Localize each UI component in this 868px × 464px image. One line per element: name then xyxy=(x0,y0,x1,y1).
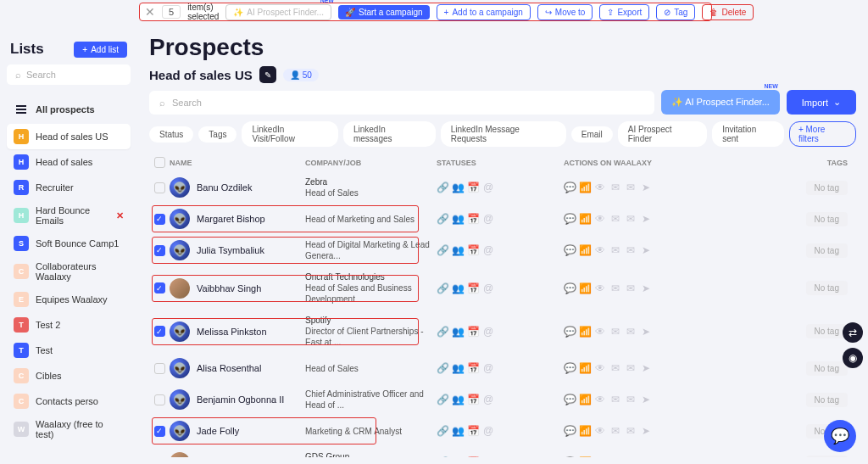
action-icon[interactable]: 👁 xyxy=(594,362,606,374)
status-icon[interactable]: @ xyxy=(482,456,494,457)
edit-list-button[interactable]: ✎ xyxy=(259,66,276,83)
sidebar-item[interactable]: HHead of sales US xyxy=(7,124,131,149)
action-icon[interactable]: 📶 xyxy=(579,326,591,338)
ai-prospect-finder-main-button[interactable]: ✨ AI Prospect Finder...NEW xyxy=(661,90,780,115)
close-icon[interactable]: ✕ xyxy=(145,5,155,19)
status-icon[interactable]: 👥 xyxy=(452,182,464,193)
tag-chip[interactable]: No tag xyxy=(806,393,848,407)
action-icon[interactable]: ➤ xyxy=(640,362,652,374)
action-icon[interactable]: ✉ xyxy=(625,282,637,294)
swap-fab[interactable]: ⇄ xyxy=(843,322,863,343)
status-icon[interactable]: 🔗 xyxy=(437,394,448,405)
tag-chip[interactable]: No tag xyxy=(806,361,848,376)
action-icon[interactable]: 💬 xyxy=(564,182,576,193)
sidebar-item[interactable]: CCibles xyxy=(7,363,131,389)
status-icon[interactable]: 🔗 xyxy=(437,244,448,256)
action-icon[interactable]: 👁 xyxy=(594,425,606,437)
table-row[interactable]: 👽 Banu Ozdilek Zebra Head of Sales 🔗👥📅@ … xyxy=(149,171,856,204)
action-icon[interactable]: 👁 xyxy=(594,213,606,225)
status-icon[interactable]: 📅 xyxy=(467,456,479,457)
status-icon[interactable]: @ xyxy=(482,362,494,374)
action-icon[interactable]: 📶 xyxy=(579,213,591,225)
sidebar-item[interactable]: SSoft Bounce Camp1 xyxy=(7,231,131,256)
filter-chip[interactable]: Invitation sent xyxy=(712,121,784,147)
sidebar-item[interactable]: HHead of sales xyxy=(7,149,131,175)
main-search-input[interactable]: ⌕ Search xyxy=(149,91,654,115)
sidebar-item[interactable]: WWaalaxy (free to test) xyxy=(7,414,131,444)
action-icon[interactable]: ✉ xyxy=(625,182,637,193)
filter-chip[interactable]: AI Prospect Finder xyxy=(618,121,707,147)
row-checkbox[interactable] xyxy=(154,182,165,193)
sidebar-item[interactable]: EEquipes Waalaxy xyxy=(7,287,131,312)
action-icon[interactable]: 📶 xyxy=(579,394,591,405)
status-icon[interactable]: 👥 xyxy=(452,362,464,374)
status-icon[interactable]: 👥 xyxy=(452,213,464,225)
row-checkbox[interactable] xyxy=(154,245,165,256)
action-icon[interactable]: 📶 xyxy=(579,425,591,437)
status-icon[interactable]: 📅 xyxy=(467,213,479,225)
export-button[interactable]: ⇪ Export xyxy=(599,4,649,20)
action-icon[interactable]: 👁 xyxy=(594,456,606,457)
action-icon[interactable]: 💬 xyxy=(564,394,576,405)
status-icon[interactable]: @ xyxy=(482,213,494,225)
status-icon[interactable]: 👥 xyxy=(452,425,464,437)
action-icon[interactable]: 📶 xyxy=(579,244,591,256)
action-icon[interactable]: ✉ xyxy=(609,182,621,193)
status-icon[interactable]: 🔗 xyxy=(437,213,448,225)
action-icon[interactable]: 👁 xyxy=(594,394,606,405)
status-icon[interactable]: @ xyxy=(482,282,494,294)
action-icon[interactable]: ✉ xyxy=(609,213,621,225)
table-row[interactable]: Vaibbhav Singh Oncraft Technologies Head… xyxy=(149,266,856,310)
table-row[interactable]: 👽 Alisa Rosenthal Head of Sales 🔗👥📅@ 💬📶👁… xyxy=(149,353,856,383)
action-icon[interactable]: ✉ xyxy=(625,326,637,338)
tag-chip[interactable]: No tag xyxy=(806,181,848,195)
import-button[interactable]: Import ⌄ xyxy=(787,90,856,115)
status-icon[interactable]: @ xyxy=(482,394,494,405)
action-icon[interactable]: ✉ xyxy=(609,244,621,256)
action-icon[interactable]: ✉ xyxy=(609,326,621,338)
delete-button[interactable]: 🗑 Delete xyxy=(702,4,754,20)
table-row[interactable]: 👽 Julia Tsymbaliuk Head of Digital Marke… xyxy=(149,234,856,266)
status-icon[interactable]: 📅 xyxy=(467,394,479,405)
status-icon[interactable]: 🔗 xyxy=(437,456,448,457)
chat-fab[interactable]: 💬 xyxy=(824,420,856,452)
row-checkbox[interactable] xyxy=(154,426,165,437)
action-icon[interactable]: ✉ xyxy=(625,244,637,256)
tag-button[interactable]: ⊘ Tag xyxy=(656,4,695,20)
table-row[interactable]: 👽 Jade Folly Marketing & CRM Analyst 🔗👥📅… xyxy=(149,416,856,446)
start-campaign-button[interactable]: 🚀 Start a campaign xyxy=(338,5,430,20)
row-checkbox[interactable] xyxy=(154,394,165,405)
filter-chip[interactable]: LinkedIn Visit/Follow xyxy=(242,121,337,147)
tag-chip[interactable]: No tag xyxy=(806,212,848,226)
add-list-button[interactable]: + Add list xyxy=(74,42,127,58)
row-checkbox[interactable] xyxy=(154,282,165,293)
move-to-button[interactable]: ↪ Move to xyxy=(537,4,593,20)
status-icon[interactable]: 👥 xyxy=(452,282,464,294)
action-icon[interactable]: ✉ xyxy=(609,456,621,457)
action-icon[interactable]: ✉ xyxy=(609,394,621,405)
action-icon[interactable]: 💬 xyxy=(564,326,576,338)
status-icon[interactable]: 👥 xyxy=(452,456,464,457)
sidebar-item[interactable]: RRecruiter xyxy=(7,175,131,200)
action-icon[interactable]: ✉ xyxy=(625,425,637,437)
ai-prospect-finder-button[interactable]: ✨ AI Prospect Finder...NEW xyxy=(225,4,331,20)
table-row[interactable]: 👽 Benjamin Ogbonna II Chief Administrati… xyxy=(149,383,856,416)
row-checkbox[interactable] xyxy=(154,363,165,374)
add-to-campaign-button[interactable]: + Add to a campaign xyxy=(437,4,531,20)
action-icon[interactable]: ➤ xyxy=(640,244,652,256)
action-icon[interactable]: 👁 xyxy=(594,326,606,338)
status-icon[interactable]: 🔗 xyxy=(437,282,448,294)
action-icon[interactable]: ✉ xyxy=(625,213,637,225)
action-icon[interactable]: ✉ xyxy=(609,282,621,294)
action-icon[interactable]: 💬 xyxy=(564,282,576,294)
action-icon[interactable]: 💬 xyxy=(564,213,576,225)
action-icon[interactable]: 📶 xyxy=(579,182,591,193)
sidebar-item[interactable]: CContacts perso xyxy=(7,389,131,414)
action-icon[interactable]: 👁 xyxy=(594,244,606,256)
more-filters-button[interactable]: + More filters xyxy=(789,121,856,147)
status-icon[interactable]: @ xyxy=(482,425,494,437)
status-icon[interactable]: 📅 xyxy=(467,326,479,338)
sidebar-item[interactable]: TTest xyxy=(7,338,131,363)
status-icon[interactable]: 📅 xyxy=(467,362,479,374)
status-icon[interactable]: 👥 xyxy=(452,394,464,405)
